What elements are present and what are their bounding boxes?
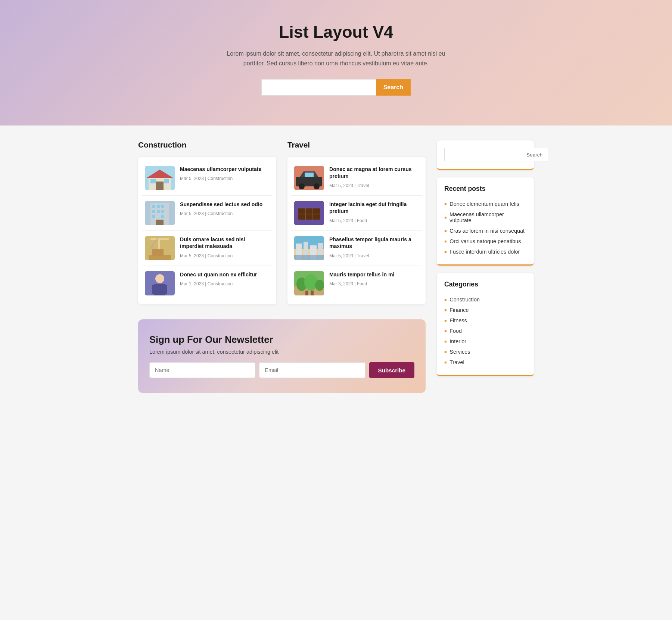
- svg-rect-51: [305, 291, 308, 295]
- svg-rect-4: [150, 179, 156, 183]
- category-item-services[interactable]: Services: [444, 347, 526, 357]
- svg-point-31: [299, 183, 305, 189]
- post-thumbnail: [294, 236, 324, 260]
- hero-search-button[interactable]: Search: [376, 79, 411, 96]
- recent-posts-list: Donec elementum quam felis Maecenas ulla…: [444, 199, 526, 257]
- post-meta: Mar 5, 2023 | Construction: [180, 211, 233, 216]
- svg-point-50: [315, 280, 324, 291]
- post-meta: Mar 3, 2023 | Food: [329, 281, 367, 286]
- sidebar-search-input[interactable]: [444, 148, 521, 161]
- svg-rect-19: [150, 238, 169, 240]
- svg-rect-52: [311, 291, 314, 295]
- sidebar-search-card: Search: [437, 140, 534, 170]
- post-info: Donec ut quam non ex efficitur Mar 1, 20…: [180, 271, 257, 287]
- travel-posts-card: Donec ac magna at lorem cursus pretium M…: [287, 157, 426, 304]
- svg-rect-33: [305, 173, 314, 177]
- list-item: Duis ornare lacus sed nisi imperdiet mal…: [142, 231, 273, 266]
- list-item: Donec ac magna at lorem cursus pretium M…: [291, 161, 422, 196]
- category-item-travel[interactable]: Travel: [444, 357, 526, 368]
- construction-posts-card: Maecenas ullamcorper vulputate Mar 5, 20…: [138, 157, 276, 304]
- post-info: Duis ornare lacus sed nisi imperdiet mal…: [180, 236, 270, 259]
- categories-card: Categories Construction Finance Fitness …: [437, 273, 534, 376]
- construction-section: Construction: [138, 140, 276, 304]
- list-item[interactable]: Maecenas ullamcorper vulputate: [444, 209, 526, 226]
- post-info: Donec ac magna at lorem cursus pretium M…: [329, 166, 419, 189]
- categories-list: Construction Finance Fitness Food Interi…: [444, 294, 526, 368]
- svg-rect-16: [156, 220, 164, 225]
- post-thumbnail: [294, 271, 324, 295]
- post-title: Donec ac magna at lorem cursus pretium: [329, 166, 419, 180]
- post-meta: Mar 5, 2023 | Travel: [329, 253, 369, 258]
- list-item[interactable]: Orci varius natoque penatibus: [444, 236, 526, 247]
- hero-title: List Layout V4: [7, 22, 665, 41]
- svg-rect-14: [152, 215, 155, 218]
- hero-section: List Layout V4 Lorem ipsum dolor sit ame…: [0, 0, 672, 125]
- post-meta: Mar 5, 2023 | Construction: [180, 253, 233, 258]
- category-item-construction[interactable]: Construction: [444, 294, 526, 305]
- svg-point-32: [314, 183, 320, 189]
- post-title: Maecenas ullamcorper vulputate: [180, 166, 261, 173]
- list-item: Donec ut quam non ex efficitur Mar 1, 20…: [142, 266, 273, 301]
- sidebar-search-form: Search: [444, 148, 526, 161]
- newsletter-title: Sign up For Our Newsletter: [149, 334, 414, 345]
- post-meta: Mar 5, 2023 | Construction: [180, 176, 233, 181]
- travel-title: Travel: [287, 140, 426, 149]
- categories-grid: Construction: [138, 140, 426, 304]
- post-title: Donec ut quam non ex efficitur: [180, 271, 257, 278]
- post-thumbnail: [294, 201, 324, 225]
- svg-rect-13: [161, 210, 164, 213]
- travel-section: Travel: [287, 140, 426, 304]
- list-item: Phasellus tempor ligula mauris a maximus…: [291, 231, 422, 266]
- post-info: Mauris tempor tellus in mi Mar 3, 2023 |…: [329, 271, 394, 287]
- list-item[interactable]: Fusce interdum ultricies dolor: [444, 247, 526, 257]
- sidebar: Search Recent posts Donec elementum quam…: [437, 140, 534, 376]
- svg-point-24: [155, 274, 164, 283]
- svg-rect-3: [156, 182, 164, 190]
- list-item[interactable]: Cras ac lorem in nisi consequat: [444, 226, 526, 236]
- recent-posts-card: Recent posts Donec elementum quam felis …: [437, 177, 534, 266]
- post-thumbnail: [145, 166, 175, 190]
- category-item-food[interactable]: Food: [444, 326, 526, 336]
- construction-title: Construction: [138, 140, 276, 149]
- hero-search-form: Search: [261, 79, 411, 96]
- hero-description: Lorem ipsum dolor sit amet, consectetur …: [224, 49, 448, 68]
- svg-rect-15: [161, 215, 164, 218]
- post-meta: Mar 5, 2023 | Travel: [329, 183, 369, 188]
- post-thumbnail: [145, 236, 175, 260]
- svg-rect-11: [152, 210, 155, 213]
- post-thumbnail: [145, 201, 175, 225]
- svg-rect-10: [161, 205, 164, 208]
- post-info: Integer lacinia eget dui fringilla preti…: [329, 201, 419, 224]
- sidebar-search-button[interactable]: Search: [521, 148, 548, 161]
- hero-search-input[interactable]: [261, 79, 376, 96]
- post-title: Mauris tempor tellus in mi: [329, 271, 394, 278]
- newsletter-name-input[interactable]: [149, 362, 255, 378]
- category-item-finance[interactable]: Finance: [444, 305, 526, 315]
- post-title: Integer lacinia eget dui fringilla preti…: [329, 201, 419, 215]
- list-item[interactable]: Donec elementum quam felis: [444, 199, 526, 209]
- svg-rect-12: [157, 210, 160, 213]
- category-item-interior[interactable]: Interior: [444, 336, 526, 347]
- post-info: Phasellus tempor ligula mauris a maximus…: [329, 236, 419, 259]
- list-item: Suspendisse sed lectus sed odio Mar 5, 2…: [142, 196, 273, 231]
- svg-rect-22: [152, 249, 164, 256]
- list-item: Mauris tempor tellus in mi Mar 3, 2023 |…: [291, 266, 422, 301]
- post-title: Suspendisse sed lectus sed odio: [180, 201, 262, 208]
- list-item: Integer lacinia eget dui fringilla preti…: [291, 196, 422, 231]
- post-info: Maecenas ullamcorper vulputate Mar 5, 20…: [180, 166, 261, 182]
- svg-rect-26: [152, 285, 157, 294]
- list-item: Maecenas ullamcorper vulputate Mar 5, 20…: [142, 161, 273, 196]
- post-title: Phasellus tempor ligula mauris a maximus: [329, 236, 419, 250]
- post-title: Duis ornare lacus sed nisi imperdiet mal…: [180, 236, 270, 250]
- recent-posts-title: Recent posts: [444, 185, 526, 193]
- post-thumbnail: [145, 271, 175, 295]
- category-item-fitness[interactable]: Fitness: [444, 315, 526, 326]
- newsletter-email-input[interactable]: [259, 362, 365, 378]
- newsletter-subscribe-button[interactable]: Subscribe: [369, 362, 414, 378]
- svg-rect-5: [164, 179, 169, 183]
- newsletter-description: Lorem ipsum dolor sit amet, consectetur …: [149, 349, 414, 355]
- categories-title: Categories: [444, 280, 526, 288]
- svg-rect-8: [152, 205, 155, 208]
- newsletter-form: Subscribe: [149, 362, 414, 378]
- main-wrapper: Construction: [131, 125, 541, 408]
